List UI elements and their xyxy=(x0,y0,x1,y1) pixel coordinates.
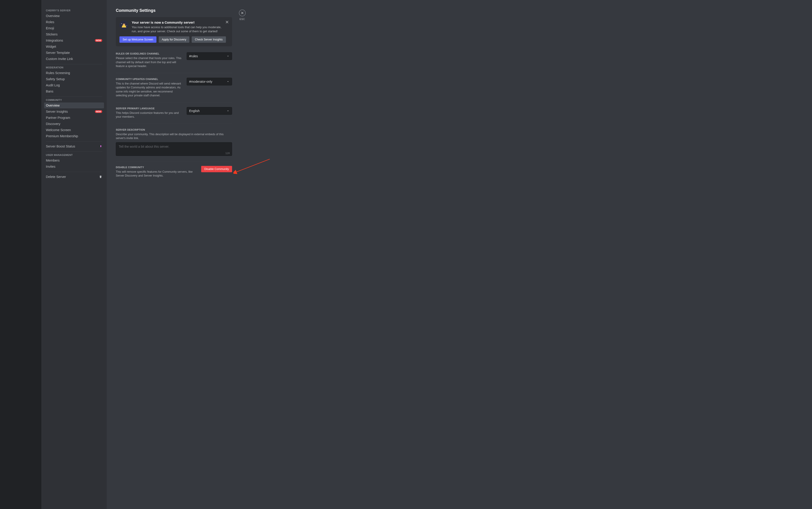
sidebar-item-safety-setup[interactable]: Safety Setup xyxy=(44,76,104,82)
sidebar-item-label: Invites xyxy=(46,165,56,168)
sidebar-item-label: Stickers xyxy=(46,33,58,36)
sidebar-item-delete-server[interactable]: Delete Server xyxy=(44,174,104,180)
sidebar-separator xyxy=(46,151,102,152)
sidebar-item-label: Server Template xyxy=(46,51,70,55)
check-server-insights-button[interactable]: Check Server Insights xyxy=(192,36,226,43)
chevron-down-icon xyxy=(226,80,229,83)
sidebar-item-emoji[interactable]: Emoji xyxy=(44,25,104,31)
sidebar-separator xyxy=(46,64,102,64)
sidebar-heading-moderation: Moderation xyxy=(44,66,104,70)
sidebar-item-label: Server Boost Status xyxy=(46,144,75,148)
sidebar-item-overview-community[interactable]: Overview xyxy=(44,102,104,108)
sidebar-heading-server: Cherry's Server xyxy=(44,9,104,13)
sidebar-item-widget[interactable]: Widget xyxy=(44,44,104,49)
callout-description: You now have access to additional tools … xyxy=(132,25,223,33)
sidebar-item-label: Overview xyxy=(46,104,60,107)
sidebar-item-label: Bans xyxy=(46,90,53,93)
sidebar-item-rules-screening[interactable]: Rules Screening xyxy=(44,70,104,76)
disable-community-button[interactable]: Disable Community xyxy=(201,166,232,172)
sidebar-item-label: Integrations xyxy=(46,39,63,42)
sidebar-separator xyxy=(46,141,102,142)
rules-channel-section: Rules or Guidelines Channel Please selec… xyxy=(116,52,232,73)
sidebar-item-overview-server[interactable]: Overview xyxy=(44,13,104,19)
svg-line-4 xyxy=(236,159,270,172)
close-label: ESC xyxy=(239,18,245,21)
server-description-charcount: 120 xyxy=(225,152,230,155)
sidebar-item-server-template[interactable]: Server Template xyxy=(44,50,104,56)
sidebar-item-server-insights[interactable]: Server Insights New xyxy=(44,109,104,114)
sidebar-item-label: Emoji xyxy=(46,26,54,30)
svg-point-2 xyxy=(121,24,122,24)
sidebar-item-label: Partner Program xyxy=(46,116,70,120)
annotation-arrow xyxy=(233,157,272,177)
sidebar-item-label: Custom Invite Link xyxy=(46,57,73,61)
sidebar-item-label: Server Insights xyxy=(46,110,68,113)
updates-channel-section: Community Updates Channel This is the ch… xyxy=(116,73,232,102)
rules-channel-select[interactable]: #rules xyxy=(187,52,232,60)
primary-language-select[interactable]: English xyxy=(187,107,232,115)
sidebar-item-label: Widget xyxy=(46,45,56,48)
close-settings[interactable]: ESC xyxy=(239,9,246,21)
sidebar-item-members[interactable]: Members xyxy=(44,158,104,163)
callout-title: Your server is now a Community server! xyxy=(132,21,223,24)
sidebar-item-label: Premium Membership xyxy=(46,134,78,138)
sidebar-separator xyxy=(46,97,102,97)
sidebar-item-label: Welcome Screen xyxy=(46,128,71,132)
sidebar-item-server-boost-status[interactable]: Server Boost Status xyxy=(44,143,104,149)
updates-channel-label: Community Updates Channel xyxy=(116,78,182,80)
disable-community-description: This will remove specific features for C… xyxy=(116,170,197,178)
primary-language-label: Server Primary Language xyxy=(116,107,182,110)
sidebar-item-label: Delete Server xyxy=(46,175,66,179)
sidebar-item-discovery[interactable]: Discovery xyxy=(44,121,104,127)
updates-channel-value: #moderator-only xyxy=(189,80,212,83)
updates-channel-select[interactable]: #moderator-only xyxy=(187,78,232,86)
close-icon[interactable] xyxy=(239,9,246,16)
disable-community-label: Disable Community xyxy=(116,166,197,169)
rules-channel-description: Please select the channel that hosts you… xyxy=(116,56,182,68)
sidebar-item-audit-log[interactable]: Audit Log xyxy=(44,82,104,88)
sidebar-item-label: Overview xyxy=(46,14,60,18)
svg-point-3 xyxy=(126,26,127,26)
new-badge: New xyxy=(95,39,102,42)
rules-channel-label: Rules or Guidelines Channel xyxy=(116,52,182,55)
sidebar-heading-user-management: User Management xyxy=(44,154,104,157)
sidebar-item-partner-program[interactable]: Partner Program xyxy=(44,115,104,121)
server-description-help: Describe your community. This descriptio… xyxy=(116,133,232,140)
chevron-down-icon xyxy=(226,55,229,58)
sidebar-separator xyxy=(46,172,102,172)
server-description-section: Server Description Describe your communi… xyxy=(116,124,232,161)
rules-channel-value: #rules xyxy=(189,54,198,58)
sidebar-item-welcome-screen[interactable]: Welcome Screen xyxy=(44,127,104,133)
sidebar-item-roles[interactable]: Roles xyxy=(44,19,104,25)
sidebar-item-label: Roles xyxy=(46,20,54,24)
sidebar-item-stickers[interactable]: Stickers xyxy=(44,31,104,37)
server-description-label: Server Description xyxy=(116,128,232,131)
left-gutter xyxy=(0,0,41,509)
page-title: Community Settings xyxy=(116,8,232,13)
callout-close-button[interactable] xyxy=(225,20,229,24)
apply-for-discovery-button[interactable]: Apply for Discovery xyxy=(159,36,190,43)
trash-icon xyxy=(99,175,102,178)
setup-welcome-screen-button[interactable]: Set up Welcome Screen xyxy=(119,36,156,43)
sidebar-item-bans[interactable]: Bans xyxy=(44,89,104,94)
settings-sidebar: Cherry's Server Overview Roles Emoji Sti… xyxy=(41,0,107,509)
boost-gem-icon xyxy=(100,145,102,148)
new-badge: New xyxy=(95,110,102,113)
sidebar-item-custom-invite-link[interactable]: Custom Invite Link xyxy=(44,56,104,62)
disable-community-section: Disable Community This will remove speci… xyxy=(116,161,232,182)
sidebar-item-label: Discovery xyxy=(46,122,61,126)
settings-content: ESC Community Settings xyxy=(107,0,812,509)
sidebar-item-label: Rules Screening xyxy=(46,71,70,75)
primary-language-description: This helps Discord customize features fo… xyxy=(116,111,182,119)
sidebar-item-integrations[interactable]: Integrations New xyxy=(44,37,104,43)
sidebar-item-label: Audit Log xyxy=(46,83,60,87)
sidebar-heading-community: Community xyxy=(44,99,104,102)
sidebar-item-label: Members xyxy=(46,159,60,162)
server-description-input[interactable] xyxy=(116,142,232,156)
community-callout: Your server is now a Community server! Y… xyxy=(116,17,232,46)
callout-illustration xyxy=(119,21,128,30)
sidebar-item-premium-membership[interactable]: Premium Membership xyxy=(44,133,104,139)
sidebar-item-invites[interactable]: Invites xyxy=(44,164,104,170)
chevron-down-icon xyxy=(226,109,229,112)
primary-language-section: Server Primary Language This helps Disco… xyxy=(116,102,232,124)
